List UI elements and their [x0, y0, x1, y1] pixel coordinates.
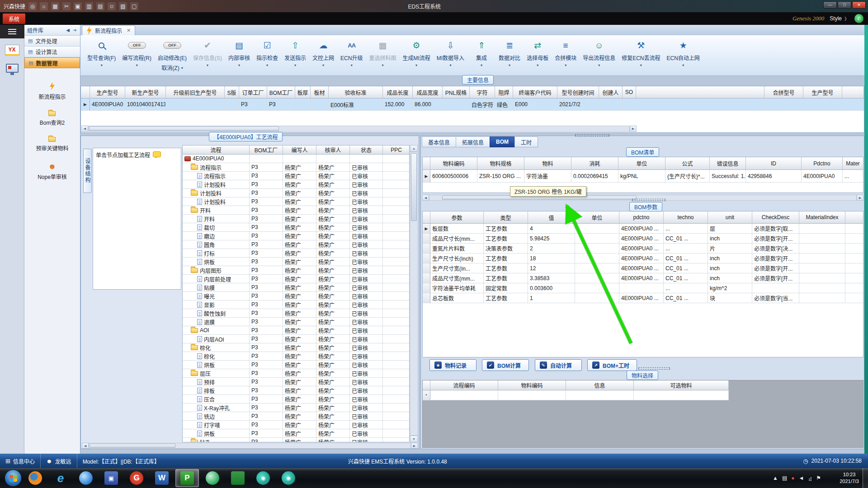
tree-node[interactable]: 内层前处理 — [183, 275, 250, 283]
action-center-icon[interactable]: ⚑ — [816, 475, 821, 481]
tree-row[interactable]: 预排P3杨荣广杨荣广已审核 — [183, 378, 410, 386]
tree-row[interactable]: 棕化P3杨荣广杨荣广已审核 — [183, 343, 410, 352]
column-header[interactable]: pdctno — [619, 211, 664, 224]
material-select-grid[interactable]: 流程编码物料编码信息可选物料* — [422, 380, 863, 448]
column-header[interactable]: Mater — [843, 157, 863, 170]
library-item[interactable]: Bom查询2 — [40, 111, 65, 126]
column-header[interactable] — [423, 211, 430, 224]
main-grid-hscrollbar[interactable]: ◀ ▶ — [81, 126, 637, 132]
column-header[interactable]: SO — [623, 86, 636, 99]
show-desktop-button[interactable] — [863, 468, 868, 488]
column-header[interactable]: S版 — [225, 86, 239, 99]
toolbar-button[interactable]: ⇑集成▾ — [467, 38, 495, 67]
table-row[interactable]: * — [423, 390, 729, 400]
style-menu[interactable]: Style — [830, 15, 842, 22]
scissors-icon[interactable]: ✂ — [62, 2, 71, 10]
dropdown-caret-icon[interactable]: ▾ — [294, 63, 296, 67]
yx-logo[interactable]: YX — [5, 45, 19, 56]
column-header[interactable] — [842, 86, 864, 99]
column-header[interactable]: 流程编码 — [430, 380, 498, 390]
tree-node[interactable]: 棕化 — [183, 343, 250, 352]
system-menu-tab[interactable]: 系统 — [3, 14, 25, 24]
tree-row[interactable]: 裁切P3杨荣广杨荣广已审核 — [183, 223, 410, 232]
column-header[interactable]: 流程 — [183, 145, 250, 155]
start-button[interactable] — [5, 469, 22, 487]
dropdown-caret-icon[interactable]: ▾ — [537, 63, 538, 67]
tree-row[interactable]: 磨边P3杨荣广杨荣广已审核 — [183, 232, 410, 240]
column-header[interactable]: 值 — [528, 211, 575, 224]
column-header[interactable]: 信息 — [566, 380, 634, 390]
table-row[interactable]: 总芯板数工艺参数14E000IPUA0 ...CC_01 ...块必须是数字[当… — [423, 293, 863, 303]
tree-node[interactable]: 退膜 — [183, 318, 250, 326]
toolbar-button[interactable]: ★ECN自动上网▾ — [664, 38, 703, 67]
tree-node[interactable]: 流程指示 — [183, 172, 250, 180]
tree-node[interactable]: 铣边 — [183, 412, 250, 421]
dropdown-caret-icon[interactable]: ▾ — [640, 63, 642, 67]
user-icon[interactable]: ☺ — [108, 2, 116, 10]
dropdown-caret-icon[interactable]: ▾ — [207, 63, 208, 67]
column-header[interactable]: 生产型号 — [90, 86, 125, 99]
monitor-icon[interactable]: ▢ — [130, 2, 138, 10]
tree-node[interactable]: 棕化 — [183, 352, 250, 361]
tree-vscrollbar[interactable]: ▲ ▼ — [410, 145, 418, 442]
hidden-icons-icon[interactable]: ▲ — [773, 475, 778, 481]
dropdown-caret-icon[interactable]: ▾ — [266, 63, 268, 67]
tree-row[interactable]: 排板P3杨荣广杨荣广已审核 — [183, 386, 410, 395]
volume-icon[interactable]: ◄ — [799, 475, 804, 481]
taskbar-app-excel[interactable] — [226, 469, 250, 487]
column-header[interactable]: MaterialIndex — [799, 211, 845, 224]
column-header[interactable]: 类型 — [484, 211, 528, 224]
column-header[interactable] — [423, 157, 430, 170]
column-header[interactable]: 验收标准 — [329, 86, 383, 99]
printer-icon[interactable]: ▤ — [782, 475, 787, 481]
tree-node[interactable]: 钻孔 — [183, 438, 250, 442]
column-header[interactable]: PNL规格 — [443, 86, 470, 99]
taskbar-app-ems-app[interactable]: P — [175, 469, 199, 487]
tree-node[interactable]: 裁切 — [183, 223, 250, 232]
off-toggle[interactable]: OFF — [163, 42, 181, 49]
library-item[interactable]: 新流程指示 — [38, 82, 66, 100]
table-row[interactable]: ▶板层数工艺参数44E000IPUA0 ......层必须是数字[取... — [423, 224, 863, 234]
tree-node[interactable]: 排板 — [183, 386, 250, 395]
table-row[interactable]: 成品尺寸宽(mm...工艺参数3.385834E000IPUA0 ...CC_0… — [423, 273, 863, 283]
scroll-right-icon[interactable]: ▶ — [411, 443, 418, 449]
column-header[interactable]: unit — [708, 211, 752, 224]
dropdown-caret-icon[interactable]: ▾ — [101, 63, 103, 67]
taskbar-app-viewer-1[interactable]: ◉ — [251, 469, 275, 487]
tree-row[interactable]: 烘板P3杨荣广杨荣广已审核 — [183, 258, 410, 266]
tree-node[interactable]: 贴膜 — [183, 283, 250, 292]
taskbar-app-firefox[interactable] — [24, 469, 47, 487]
tree-node[interactable]: 开料 — [183, 206, 250, 215]
tree-hscrollbar[interactable]: ◀ ▶ — [82, 443, 418, 449]
column-header[interactable]: 升级前旧生产型号 — [166, 86, 225, 99]
column-header[interactable]: 单位 — [618, 157, 665, 170]
toolbar-button[interactable]: ⚒修复ECN丢流程▾ — [618, 38, 663, 67]
tree-node[interactable]: 圆角 — [183, 240, 250, 249]
column-header[interactable]: 板厚 — [295, 86, 311, 99]
column-header[interactable]: 状态 — [350, 145, 383, 155]
search-icon[interactable]: ◎ — [28, 2, 37, 10]
tree-row[interactable]: 曝光P3杨荣广杨荣广已审核 — [183, 292, 410, 300]
grid-icon[interactable]: ▦ — [51, 2, 59, 10]
network-icon[interactable]: ⣴ — [808, 475, 812, 481]
tree-row[interactable]: 钻孔P3杨荣广杨荣广已审核 — [183, 438, 410, 442]
tree-node[interactable]: 打标 — [183, 249, 250, 258]
current-user[interactable]: ☻ 龙敏远 — [41, 454, 77, 468]
tree-row[interactable]: 计划投料P3杨荣广杨荣广已审核 — [183, 180, 410, 189]
column-header[interactable] — [845, 211, 863, 224]
tree-node[interactable]: 内层AOI — [183, 335, 250, 343]
tree-row[interactable]: 流程指示P3杨荣广杨荣广已审核 — [183, 163, 410, 172]
scroll-down-icon[interactable]: ▼ — [410, 436, 418, 442]
table-row[interactable]: ▶4E000IPUA010010400174131P3P3E000标准152.0… — [81, 99, 864, 111]
phone-icon[interactable]: ✆ — [854, 14, 863, 23]
column-header[interactable]: 终端客户代码 — [513, 86, 557, 99]
tree-row[interactable]: 计划投料P3杨荣广杨荣广已审核 — [183, 189, 410, 197]
table-row[interactable]: 生产尺寸长(Inch)工艺参数184E000IPUA0 ...CC_01 ...… — [423, 253, 863, 263]
toolbar-button[interactable]: ✔保存信息(S)▾ — [190, 38, 225, 67]
save-icon[interactable]: ▣ — [74, 2, 82, 10]
hamburger-menu-icon[interactable] — [0, 25, 24, 38]
chart-icon[interactable]: ▥ — [85, 2, 93, 10]
image-icon[interactable]: ▧ — [119, 2, 127, 10]
toolbar-button[interactable]: OFF启动修改(E)取消(Z)▾ — [155, 38, 190, 71]
tree-row[interactable]: 4E000IPUA0 — [183, 155, 410, 163]
